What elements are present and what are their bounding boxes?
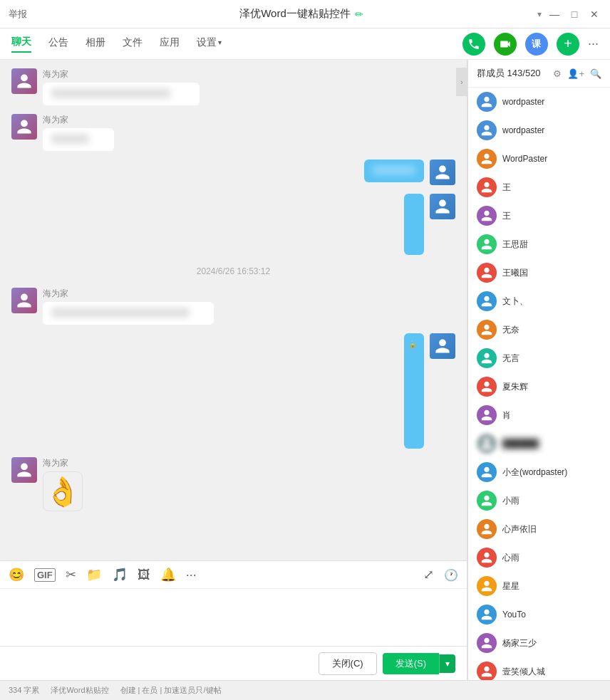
member-item[interactable]: wordpaster [468, 116, 610, 145]
member-avatar [477, 491, 497, 511]
panel-collapse-button[interactable]: › [456, 68, 467, 96]
avatar [11, 68, 37, 94]
member-settings-icon[interactable]: ⚙ [553, 68, 562, 79]
member-panel: › 群成员 143/520 ⚙ 👤+ 🔍 wordpasterwordpaste… [467, 60, 610, 680]
member-avatar [477, 92, 497, 112]
member-item[interactable]: 心雨 [468, 543, 610, 572]
message-bubble [43, 83, 200, 105]
message-content: 海为家 [43, 68, 200, 105]
voice-call-button[interactable] [462, 33, 485, 56]
tab-settings[interactable]: 设置 ▾ [197, 36, 222, 52]
member-item[interactable]: 文卜、 [468, 287, 610, 315]
member-name: ██████ [502, 439, 539, 449]
folder-button[interactable]: 📁 [86, 567, 102, 583]
emoji-button[interactable]: 😊 [9, 567, 24, 583]
member-item[interactable]: 无奈 [468, 315, 610, 344]
message-row: 海为家 👌 [11, 457, 455, 511]
member-item[interactable]: wordpaster [468, 88, 610, 116]
message-content: 海为家 [43, 114, 114, 151]
tab-notice[interactable]: 公告 [48, 36, 68, 52]
member-item[interactable]: 王 [468, 173, 610, 202]
member-name: 小全(wordpaster) [502, 466, 567, 479]
member-item[interactable]: 心声依旧 [468, 515, 610, 543]
message-content: 海为家 👌 [43, 457, 83, 511]
member-item[interactable]: 肖 [468, 401, 610, 429]
gif-button[interactable]: GIF [34, 568, 56, 582]
message-content: 🔒 [404, 333, 424, 449]
message-row: 海为家 [11, 68, 455, 105]
avatar [11, 288, 37, 313]
tab-album[interactable]: 相册 [86, 36, 105, 52]
clock-button[interactable]: 🕐 [444, 568, 458, 582]
message-input[interactable] [9, 595, 458, 637]
tab-app[interactable]: 应用 [160, 36, 180, 52]
close-button[interactable]: 关闭(C) [319, 652, 377, 675]
member-name: 杨家三少 [502, 637, 537, 649]
more-button[interactable]: ··· [588, 36, 599, 51]
message-row [11, 194, 455, 255]
status-mid: 泽优Word粘贴控 [51, 685, 108, 696]
member-avatar [477, 177, 497, 197]
member-item[interactable]: 小雨 [468, 486, 610, 515]
member-item[interactable]: 王曦国 [468, 258, 610, 287]
add-button[interactable]: + [557, 33, 579, 56]
message-bubble [364, 160, 424, 182]
member-add-icon[interactable]: 👤+ [567, 68, 584, 79]
member-item[interactable]: 小全(wordpaster) [468, 458, 610, 486]
member-item[interactable]: WordPaster [468, 145, 610, 173]
bubble-wrap [364, 160, 424, 182]
edit-icon[interactable]: ✏ [355, 9, 363, 20]
member-item[interactable]: 无言 [468, 344, 610, 372]
maximize-button[interactable]: □ [567, 7, 581, 21]
member-item[interactable]: 王 [468, 202, 610, 230]
video-call-button[interactable] [494, 33, 517, 56]
music-button[interactable]: 🎵 [112, 567, 128, 583]
status-bar: 334 字累 泽优Word粘贴控 创建 | 在员 | 加速送员只/键帖 [0, 680, 610, 700]
image-button[interactable]: 🖼 [138, 568, 150, 583]
message-content [404, 194, 424, 255]
member-item[interactable]: 杨家三少 [468, 629, 610, 657]
member-avatar [477, 576, 497, 596]
more-toolbar-button[interactable]: ··· [186, 568, 197, 583]
message-bubble [43, 128, 114, 151]
close-button[interactable]: ✕ [587, 7, 601, 21]
member-name: YouTo [502, 610, 526, 620]
member-item[interactable]: 星星 [468, 572, 610, 600]
member-avatar [477, 120, 497, 140]
member-list: wordpasterwordpasterWordPaster王王王思甜王曦国文卜… [468, 88, 610, 680]
status-left: 334 字累 [9, 685, 39, 696]
avatar [430, 194, 455, 219]
title-bar: 举报 泽优Word一键粘贴控件 ✏ ▾ — □ ✕ [0, 0, 610, 28]
member-item[interactable]: 夏朱辉 [468, 372, 610, 401]
app-title: 泽优Word一键粘贴控件 [239, 7, 351, 21]
member-avatar [477, 149, 497, 169]
send-button[interactable]: 发送(S) [383, 653, 439, 674]
message-bubble [404, 194, 424, 255]
course-button[interactable]: 课 [525, 33, 548, 56]
send-arrow-button[interactable]: ▾ [439, 654, 455, 673]
cut-button[interactable]: ✂ [66, 567, 76, 583]
notification-button[interactable]: 🔔 [160, 567, 176, 583]
member-search-icon[interactable]: 🔍 [590, 68, 601, 79]
member-name: 文卜、 [502, 296, 528, 308]
tab-chat[interactable]: 聊天 [11, 36, 31, 53]
member-item[interactable]: 王思甜 [468, 230, 610, 258]
member-item[interactable]: YouTo [468, 600, 610, 629]
member-name: 心声依旧 [502, 523, 537, 536]
minimize-button[interactable]: — [547, 7, 562, 21]
dropdown-icon[interactable]: ▾ [537, 9, 542, 19]
member-item[interactable]: 壹笑倾人城 [468, 657, 610, 680]
tab-file[interactable]: 文件 [123, 36, 143, 52]
member-avatar [477, 206, 497, 226]
message-content: 海为家 [43, 288, 214, 325]
member-avatar [477, 605, 497, 625]
member-name: 王曦国 [502, 267, 528, 279]
message-bubble [43, 302, 214, 325]
member-name: 无言 [502, 352, 519, 365]
expand-button[interactable]: ⤢ [423, 567, 434, 583]
member-name: 王思甜 [502, 239, 528, 251]
member-name: 王 [502, 210, 511, 222]
report-label[interactable]: 举报 [9, 8, 66, 21]
member-avatar [477, 434, 497, 454]
member-item[interactable]: ██████ [468, 429, 610, 458]
